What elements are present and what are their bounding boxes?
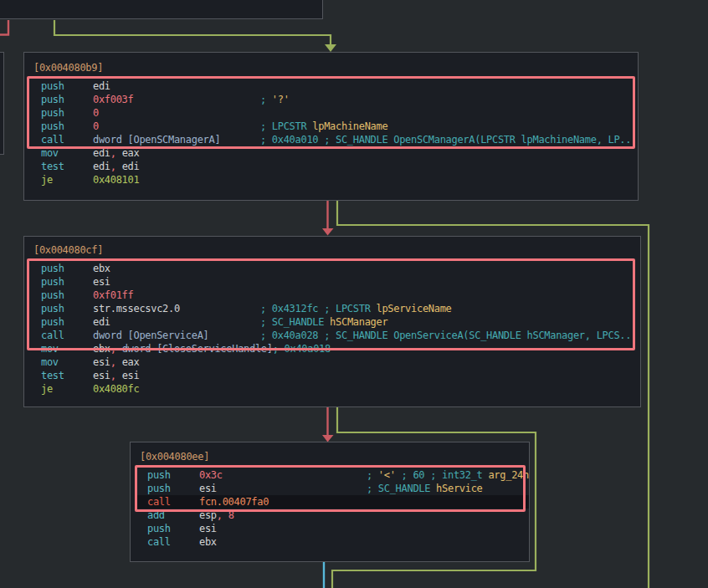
mnemonic: push [147,482,199,495]
basic-block-0x004080b9[interactable]: [0x004080b9] pushedipush0xf003f; '?'push… [23,52,639,201]
block-address-label: [0x004080cf] [24,243,640,257]
mnemonic: mov [41,342,93,355]
operands: esi, esi [93,369,260,382]
operands: str.mssecsvc2.0 [93,302,260,315]
operands: 0x3c [199,468,367,482]
comment: ; SC_HANDLE hService [367,483,483,494]
operands: esp, 8 [199,509,367,522]
operands: ebx [93,262,260,275]
operands: 0xf01ff [93,289,260,302]
instruction-row[interactable]: push0xf01ff [41,289,626,302]
operands: 0x408101 [93,173,260,187]
instruction-row[interactable]: pushesi [147,522,515,535]
operands: esi [199,482,367,495]
operands: 0xf003f [93,93,260,106]
instruction-row[interactable]: pushedi; SC_HANDLE hSCManager [41,315,626,329]
operands: ebx [199,535,367,549]
operands: esi [199,522,367,535]
instruction-row[interactable]: testedi, edi [41,160,623,173]
mnemonic: push [147,468,199,482]
mnemonic: mov [41,355,93,369]
instruction-row[interactable]: pushstr.mssecsvc2.0; 0x4312fc ; LPCSTR l… [41,302,626,315]
mnemonic: push [41,289,93,302]
entry-edge [54,20,331,45]
operands: dword [OpenServiceA] [93,329,260,342]
comment: ; 0x40a010 ; SC_HANDLE OpenSCManagerA(LP… [260,134,637,146]
operands: dword [OpenSCManagerA] [93,133,260,146]
mnemonic: call [41,329,93,342]
mnemonic: test [41,369,93,382]
instruction-row[interactable]: pushesi [41,275,626,289]
selected-instruction-row[interactable]: callfcn.00407fa0 [136,495,529,509]
instruction-row[interactable]: pushebx [41,262,626,275]
instruction-list: push0x3c; '<' ; 60 ; int32_t arg_24hpush… [131,468,529,549]
basic-block-0x004080cf[interactable]: [0x004080cf] pushebxpushesipush0xf01ffpu… [23,236,641,407]
operands: edi [93,79,260,93]
instruction-list: pushebxpushesipush0xf01ffpushstr.mssecsv… [24,262,640,396]
comment: ; LPCSTR lpMachineName [260,120,387,132]
mnemonic: push [41,302,93,315]
operands: 0 [93,106,260,120]
operands: edi [93,315,260,329]
mnemonic: add [147,509,199,522]
operands: fcn.00407fa0 [199,495,367,509]
entry-arrowhead-icon [325,44,336,52]
comment: ; '?' [260,94,290,105]
operands: 0 [93,120,260,133]
instruction-row[interactable]: addesp, 8 [147,509,515,522]
basic-block-partial-top[interactable] [0,0,323,19]
operands: 0x4080fc [93,382,260,396]
basic-block-0x004080ee[interactable]: [0x004080ee] push0x3c; '<' ; 60 ; int32_… [130,442,530,562]
mnemonic: call [147,535,199,549]
mnemonic: push [41,262,93,275]
basic-block-partial-left[interactable] [0,52,4,155]
operands: edi, eax [93,146,260,160]
instruction-row[interactable]: callebx [147,535,515,549]
comment: ; '<' ; 60 ; int32_t arg_24h [367,469,529,481]
block-address-label: [0x004080b9] [24,61,638,74]
operands: esi [93,275,260,289]
mnemonic: push [41,315,93,329]
instruction-row[interactable]: je0x4080fc [41,382,626,396]
graph-canvas[interactable]: [0x004080b9] pushedipush0xf003f; '?'push… [0,0,708,588]
instruction-row[interactable]: push0xf003f; '?' [41,93,623,106]
loopback-edge [0,20,8,35]
instruction-row[interactable]: pushedi [41,79,623,93]
instruction-row[interactable]: calldword [OpenSCManagerA]; 0x40a010 ; S… [41,133,623,146]
mnemonic: push [41,93,93,106]
mnemonic: push [41,79,93,93]
comment: ; SC_HANDLE hSCManager [260,316,387,328]
instruction-row[interactable]: pushesi; SC_HANDLE hService [147,482,515,495]
operands: edi, edi [93,160,260,173]
instruction-row[interactable]: movebx, dword [CloseServiceHandle]; 0x40… [41,342,626,355]
mnemonic: je [41,382,93,396]
mnemonic: push [147,522,199,535]
mnemonic: push [41,275,93,289]
instruction-row[interactable]: testesi, esi [41,369,626,382]
instruction-row[interactable]: movedi, eax [41,146,623,160]
instruction-row[interactable]: je0x408101 [41,173,623,187]
mnemonic: call [41,133,93,146]
instruction-row[interactable]: calldword [OpenServiceA]; 0x40a028 ; SC_… [41,329,626,342]
operands: esi, eax [93,355,260,369]
comment: ; 0x40a028 ; SC_HANDLE OpenServiceA(SC_H… [260,330,637,341]
mnemonic: call [147,495,199,509]
block-address-label: [0x004080ee] [131,450,529,463]
comment: ; 0x40a018 [273,343,331,355]
instruction-row[interactable]: push0x3c; '<' ; 60 ; int32_t arg_24h [147,468,515,482]
comment: ; 0x4312fc ; LPCSTR lpServiceName [260,303,452,314]
mnemonic: push [41,120,93,133]
instruction-row[interactable]: movesi, eax [41,355,626,369]
instruction-list: pushedipush0xf003f; '?'push0push0; LPCST… [24,79,638,187]
operands: ebx, dword [CloseServiceHandle] [93,342,273,355]
instruction-row[interactable]: push0 [41,106,623,120]
fallthrough-arrowhead-1-icon [322,228,334,236]
mnemonic: test [41,160,93,173]
mnemonic: push [41,106,93,120]
mnemonic: je [41,173,93,187]
instruction-row[interactable]: push0; LPCSTR lpMachineName [41,120,623,133]
mnemonic: mov [41,146,93,160]
